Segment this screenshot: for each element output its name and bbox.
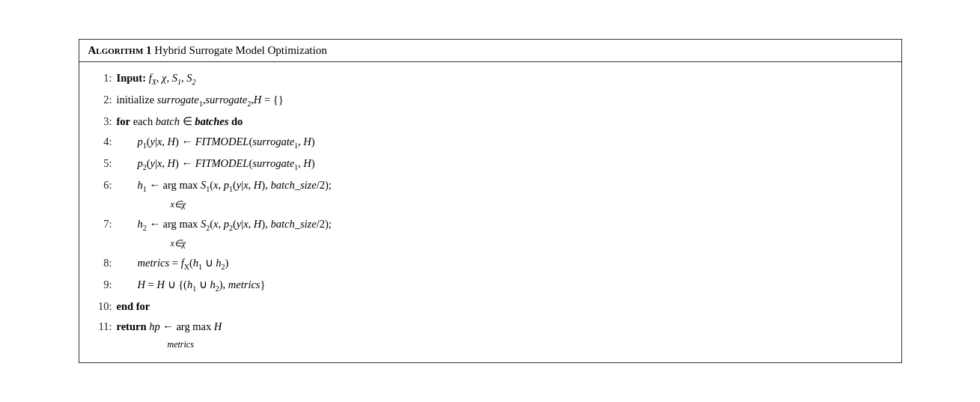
line-num-7: 7: — [88, 216, 112, 233]
line-num-1: 1: — [88, 70, 112, 87]
line-num-4: 4: — [88, 133, 112, 150]
algorithm-box: Algorithm 1 Hybrid Surrogate Model Optim… — [79, 39, 902, 362]
line-num-2: 2: — [88, 91, 112, 109]
line-num-10: 10: — [88, 298, 112, 315]
line-num-8: 8: — [88, 255, 112, 272]
line-num-9: 9: — [88, 276, 112, 293]
line-content-8: metrics = fX(h1 ∪ h2) — [117, 255, 892, 273]
algorithm-body: 1: Input: fX, χ, S1, S2 2: initialize su… — [79, 62, 901, 362]
line-num-3: 3: — [88, 113, 112, 130]
line-num-5: 5: — [88, 155, 112, 172]
line-content-11: return hp ← arg max H metrics — [117, 318, 892, 353]
line-2: 2: initialize surrogate1,surrogate2,H = … — [79, 90, 901, 112]
algorithm-label: Algorithm 1 — [88, 44, 152, 56]
line-9: 9: H = H ∪ {(h1 ∪ h2), metrics} — [79, 275, 901, 296]
line-6: 6: h1 ← arg max S1(x, p1(y|x, H), batch_… — [79, 175, 901, 214]
line-content-2: initialize surrogate1,surrogate2,H = {} — [117, 91, 892, 110]
line-content-1: Input: fX, χ, S1, S2 — [117, 70, 892, 88]
line-3: 3: for each batch ∈ batches do — [79, 112, 901, 132]
line-1: 1: Input: fX, χ, S1, S2 — [79, 68, 901, 90]
line-content-3: for each batch ∈ batches do — [117, 113, 892, 130]
line-8: 8: metrics = fX(h1 ∪ h2) — [79, 253, 901, 275]
line-content-9: H = H ∪ {(h1 ∪ h2), metrics} — [117, 276, 892, 295]
line-5: 5: p2(y|x, H) ← FITMODEL(surrogate1, H) — [79, 153, 901, 175]
line-11: 11: return hp ← arg max H metrics — [79, 317, 901, 354]
line-4: 4: p1(y|x, H) ← FITMODEL(surrogate1, H) — [79, 132, 901, 153]
line-num-11: 11: — [88, 318, 112, 335]
line-content-10: end for — [117, 298, 892, 315]
line-num-6: 6: — [88, 177, 112, 194]
line-content-6: h1 ← arg max S1(x, p1(y|x, H), batch_siz… — [117, 177, 892, 213]
line-10: 10: end for — [79, 296, 901, 317]
line-content-5: p2(y|x, H) ← FITMODEL(surrogate1, H) — [117, 155, 892, 174]
algorithm-title: Hybrid Surrogate Model Optimization — [154, 44, 326, 56]
line-7: 7: h2 ← arg max S2(x, p2(y|x, H), batch_… — [79, 214, 901, 253]
algorithm-header: Algorithm 1 Hybrid Surrogate Model Optim… — [79, 40, 901, 62]
line-content-7: h2 ← arg max S2(x, p2(y|x, H), batch_siz… — [117, 216, 892, 252]
line-content-4: p1(y|x, H) ← FITMODEL(surrogate1, H) — [117, 133, 892, 152]
